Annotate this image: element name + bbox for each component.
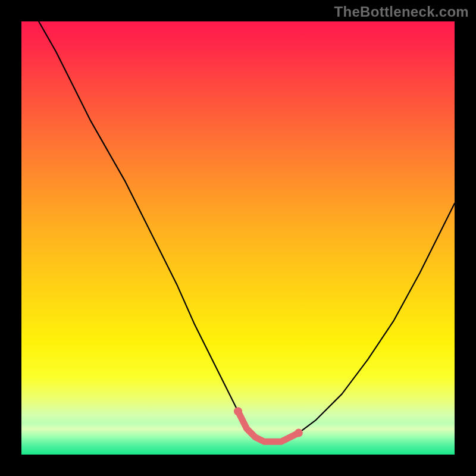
- optimal-range-highlight: [238, 411, 299, 441]
- chart-svg: [21, 21, 455, 455]
- watermark-text: TheBottleneck.com: [334, 4, 469, 20]
- optimal-range-end-dot: [295, 429, 303, 437]
- bottleneck-curve: [39, 21, 455, 441]
- plot-area: [21, 21, 455, 455]
- optimal-range-start-dot: [234, 407, 242, 415]
- chart-frame: TheBottleneck.com: [0, 0, 476, 476]
